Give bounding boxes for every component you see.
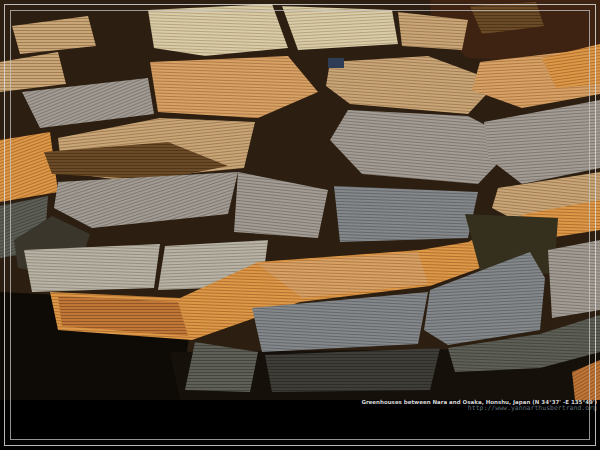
- caption-url: http://www.yannarthusbertrand.org: [361, 405, 597, 412]
- aerial-photo: [0, 0, 600, 400]
- photo-caption: Greenhouses between Nara and Osaka, Hons…: [361, 399, 597, 412]
- wallpaper-screen: Greenhouses between Nara and Osaka, Hons…: [0, 0, 600, 450]
